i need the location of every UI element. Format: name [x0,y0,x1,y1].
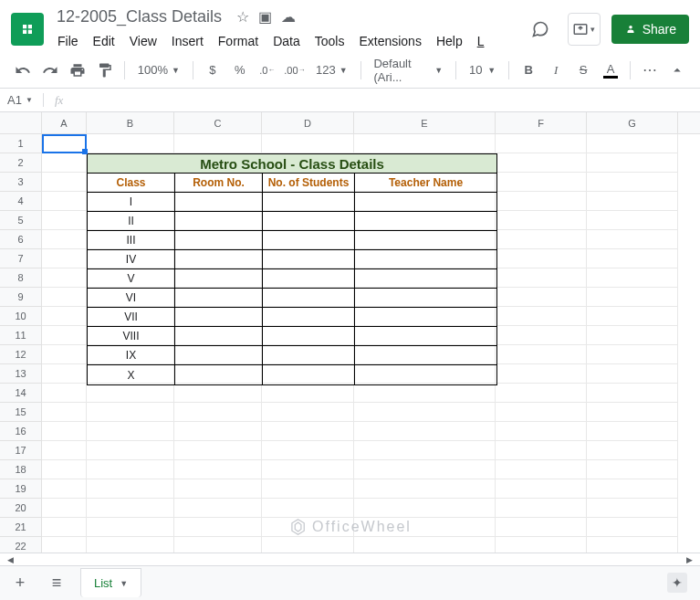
cell[interactable] [587,153,678,173]
row-header-16[interactable]: 16 [0,422,41,441]
cell[interactable] [587,460,678,479]
cell[interactable] [87,479,174,499]
cell-class[interactable]: V [88,269,175,289]
cell-students[interactable] [263,308,355,327]
cell[interactable] [42,153,87,173]
cell-students[interactable] [263,365,355,384]
cell[interactable] [587,307,678,326]
cell[interactable] [262,403,354,422]
cell-teacher[interactable] [355,308,496,327]
cell[interactable] [174,384,262,403]
cell[interactable] [587,537,678,553]
sheets-logo[interactable] [11,13,44,46]
cell[interactable] [87,499,174,518]
cell[interactable] [262,460,354,479]
col-header-f[interactable]: F [496,112,587,133]
currency-button[interactable]: $ [201,58,225,82]
row-header-10[interactable]: 10 [0,307,41,326]
header-teacher[interactable]: Teacher Name [355,174,496,193]
strikethrough-button[interactable]: S [571,58,595,82]
cell[interactable] [87,422,174,441]
row-header-3[interactable]: 3 [0,173,41,192]
redo-icon[interactable] [38,58,62,82]
all-sheets-button[interactable]: ≡ [44,571,69,596]
increase-decimal-button[interactable]: .00→ [283,58,307,82]
decrease-decimal-button[interactable]: .0← [256,58,279,82]
col-header-d[interactable]: D [262,112,354,133]
cell[interactable] [496,403,587,422]
cell[interactable] [42,288,87,307]
cell[interactable] [174,460,262,479]
cell-room[interactable] [175,289,263,308]
cell-room[interactable] [175,250,263,269]
cell[interactable] [496,134,587,153]
scroll-right-icon[interactable]: ▶ [686,555,693,564]
row-header-18[interactable]: 18 [0,460,41,479]
cell[interactable] [42,479,87,499]
cell[interactable] [496,460,587,479]
formula-input[interactable] [74,93,700,107]
cell[interactable] [87,384,174,403]
cell-room[interactable] [175,365,263,384]
cell[interactable] [587,134,678,153]
cell[interactable] [496,537,587,553]
row-header-22[interactable]: 22 [0,537,41,553]
cell[interactable] [354,537,496,553]
cell[interactable] [87,403,174,422]
col-header-b[interactable]: B [87,112,174,133]
row-header-19[interactable]: 19 [0,479,41,499]
cell[interactable] [354,134,496,153]
cell-students[interactable] [263,193,355,212]
row-header-2[interactable]: 2 [0,153,41,173]
font-size-select[interactable]: 10▼ [464,58,501,82]
font-select[interactable]: Default (Ari...▼ [368,58,448,82]
cell[interactable] [496,384,587,403]
cell-room[interactable] [175,193,263,212]
menu-help[interactable]: Help [430,30,469,52]
cell[interactable] [496,441,587,460]
row-header-4[interactable]: 4 [0,192,41,211]
cell[interactable] [587,499,678,518]
cell-room[interactable] [175,308,263,327]
cell[interactable] [42,384,87,403]
cell-teacher[interactable] [355,289,496,308]
row-header-1[interactable]: 1 [0,134,41,153]
cell-class[interactable]: IX [88,346,175,365]
row-header-7[interactable]: 7 [0,249,41,268]
cell[interactable] [174,134,262,153]
horizontal-scrollbar[interactable]: ◀ ▶ [0,553,700,565]
row-header-6[interactable]: 6 [0,230,41,249]
cell-class[interactable]: X [88,365,175,384]
cell[interactable] [262,134,354,153]
cell[interactable] [496,288,587,307]
cell-room[interactable] [175,327,263,346]
document-title[interactable]: 12-2005_Class Details [51,5,227,28]
cell-teacher[interactable] [355,346,496,365]
name-box[interactable]: A1▼ [0,93,44,107]
cell[interactable] [42,537,87,553]
col-header-c[interactable]: C [174,112,262,133]
cell-teacher[interactable] [355,327,496,346]
cell[interactable] [42,460,87,479]
cell[interactable] [496,268,587,288]
cell[interactable] [262,537,354,553]
cell[interactable] [87,134,174,153]
comments-icon[interactable] [524,13,557,46]
cell[interactable] [496,326,587,345]
cell[interactable] [354,499,496,518]
cell-students[interactable] [263,346,355,365]
header-class[interactable]: Class [88,174,175,193]
cell[interactable] [587,326,678,345]
cell[interactable] [587,192,678,211]
cell[interactable] [587,345,678,364]
cell[interactable] [174,499,262,518]
row-header-11[interactable]: 11 [0,326,41,345]
cell[interactable] [496,153,587,173]
collapse-toolbar-icon[interactable] [665,58,689,82]
paint-format-icon[interactable] [93,58,117,82]
cell[interactable] [587,403,678,422]
explore-button[interactable]: ✦ [667,573,687,593]
col-header-a[interactable]: A [42,112,87,133]
cell[interactable] [42,345,87,364]
zoom-select[interactable]: 100%▼ [132,58,185,82]
